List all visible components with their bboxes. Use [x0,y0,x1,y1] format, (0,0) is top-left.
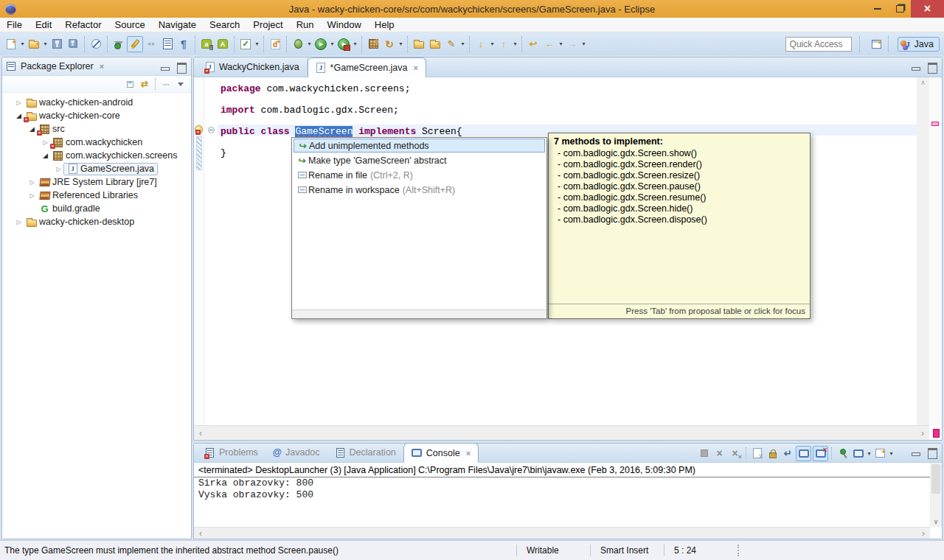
mark-occurrences-icon[interactable] [127,36,143,52]
word-wrap-icon[interactable]: ↵ [780,445,796,461]
collapsed-arrow-icon[interactable]: ▷ [14,99,24,106]
editor-horizontal-scrollbar[interactable]: ‹ › [194,425,929,440]
previous-annotation-icon[interactable]: ↑ [496,35,512,53]
selected-tree-item[interactable]: J GameScreen.java [63,163,158,175]
tree-item-jre[interactable]: ▷ JRE System Library [jre7] [2,175,191,189]
tree-item-package-screens[interactable]: ◢ com.wackychicken.screens [2,149,191,162]
editor-vertical-scrollbar[interactable]: ∧ [917,77,929,425]
external-tools-icon[interactable] [336,35,352,53]
scroll-right-icon[interactable]: › [922,528,925,539]
quickfix-bulb-icon[interactable]: × [195,125,203,134]
tab-javadoc[interactable]: @ Javadoc [266,443,327,462]
close-icon[interactable] [911,0,944,18]
console-output[interactable]: <terminated> DesktopLauncher (3) [Java A… [194,463,930,527]
error-overview-marker[interactable] [931,122,939,126]
menu-project[interactable]: Project [246,18,289,32]
scroll-left-icon[interactable]: ‹ [199,428,202,438]
tab-wackychicken[interactable]: J× WackyChicken.java [197,57,308,77]
scroll-left-icon[interactable]: ‹ [199,528,202,539]
popup-resize-grip[interactable] [292,309,546,318]
run-last-tool-icon[interactable] [237,35,254,53]
proposal-info-footer[interactable]: Press 'Tab' from proposal table or click… [549,304,810,318]
tab-problems[interactable]: × Problems [197,443,266,462]
external-tools-dropdown-icon[interactable]: ▾ [352,41,358,47]
forward-dropdown-icon[interactable]: ▾ [580,41,587,47]
tree-item-desktop[interactable]: ▷ wacky-chicken-desktop [2,215,191,228]
debug-dropdown-icon[interactable]: ▾ [306,41,313,47]
show-stdout-icon[interactable] [796,446,811,461]
save-all-icon[interactable] [65,35,81,53]
run-icon[interactable] [313,35,329,53]
menu-edit[interactable]: Edit [29,18,58,32]
quickfix-make-abstract[interactable]: ↪ Make type 'GameScreen' abstract [294,153,545,167]
editor-minimize-icon[interactable] [912,61,920,74]
new-wizard-dropdown-icon[interactable]: ▾ [19,41,26,47]
remove-all-terminated-icon[interactable]: × [727,445,743,461]
tab-console[interactable]: Console × [403,443,479,463]
console-minimize-icon[interactable] [912,447,920,459]
editor-maximize-icon[interactable] [928,61,937,74]
menu-window[interactable]: Window [321,18,368,32]
run-last-tool-dropdown-icon[interactable]: ▾ [254,41,260,47]
menu-navigate[interactable]: Navigate [152,18,203,32]
tab-gamescreen[interactable]: J *GameScreen.java × [308,57,426,77]
open-type-icon[interactable] [159,35,176,53]
open-console-dropdown-icon[interactable]: ▾ [888,450,895,457]
menu-file[interactable]: File [0,18,29,32]
collapsed-arrow-icon[interactable]: ▷ [27,179,37,186]
tree-item-android[interactable]: ▷ wacky-chicken-android [2,96,191,109]
skip-breakpoints-icon[interactable] [88,35,104,53]
tree-item-referenced-libraries[interactable]: ▷ Referenced Libraries [2,189,191,202]
remove-launch-icon[interactable]: × [712,445,727,461]
view-menu-icon[interactable] [173,77,188,91]
open-console-icon[interactable] [872,445,888,461]
new-java-project-dropdown-icon[interactable]: ▾ [42,41,49,47]
java-perspective-button[interactable]: J Java [898,37,940,52]
display-console-icon[interactable] [850,445,866,461]
view-close-icon[interactable]: × [100,62,104,71]
annotate-dropdown-icon[interactable]: ▾ [459,41,466,47]
menu-help[interactable]: Help [368,18,401,32]
collapse-all-icon[interactable] [122,77,137,91]
console-maximize-icon[interactable] [928,447,937,459]
fold-collapse-icon[interactable] [208,127,215,133]
menu-run[interactable]: Run [290,18,321,32]
console-vertical-scrollbar[interactable]: ∨ [930,463,942,527]
pin-console-icon[interactable] [835,445,850,461]
tree-item-src[interactable]: ◢ × src [2,122,191,136]
open-file-icon[interactable] [427,35,443,53]
terminate-icon[interactable] [696,445,712,461]
back-icon[interactable]: ← [541,35,558,53]
scroll-lock-icon[interactable] [765,445,780,461]
last-edit-location-icon[interactable]: ↩ [525,35,541,53]
tree-item-build-gradle[interactable]: G build.gradle [2,202,191,215]
menu-refactor[interactable]: Refactor [58,18,108,32]
scroll-right-icon[interactable]: › [921,428,924,438]
tree-item-core[interactable]: ◢ × wacky-chicken-core [2,109,191,122]
android-avd-icon[interactable]: A [215,35,231,53]
tree-item-gamescreen[interactable]: ▷ J GameScreen.java [2,162,191,175]
open-perspective-icon[interactable] [869,35,885,53]
link-with-editor-icon[interactable]: ⇄ [137,77,152,91]
annotate-icon[interactable]: ✎ [443,35,459,53]
android-sdk-icon[interactable]: a [198,35,215,53]
new-ddms-icon[interactable]: d [267,35,283,53]
run-dropdown-icon[interactable]: ▾ [329,41,336,47]
next-annotation-icon[interactable]: ↓ [473,35,489,53]
view-maximize-icon[interactable] [177,61,187,74]
menu-search[interactable]: Search [203,18,246,32]
scroll-up-icon[interactable]: ∧ [917,79,929,86]
show-stderr-icon[interactable] [813,446,828,461]
quickfix-rename-file[interactable]: Rename in file (Ctrl+2, R) [294,168,545,182]
maximize-icon[interactable] [889,0,911,18]
sync-icon[interactable]: ↻ [381,35,398,53]
console-horizontal-scrollbar[interactable]: ‹ › [194,527,930,539]
next-annotation-dropdown-icon[interactable]: ▾ [489,41,496,47]
team-icon[interactable] [143,35,159,53]
forward-icon[interactable]: → [564,35,580,53]
collapsed-arrow-icon[interactable]: ▷ [27,192,37,199]
tab-close-icon[interactable]: × [466,449,471,458]
menu-source[interactable]: Source [108,18,152,32]
package-explorer-header[interactable]: Package Explorer × [2,57,191,76]
overview-ruler[interactable] [929,77,942,425]
